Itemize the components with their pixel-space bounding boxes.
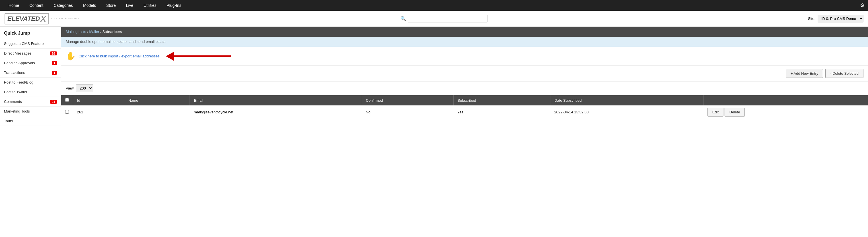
actions-bar: + Add New Entry - Delete Selected — [61, 66, 868, 81]
logo-x: X — [40, 14, 46, 23]
nav-content[interactable]: Content — [24, 0, 49, 10]
comments-badge: 21 — [50, 100, 57, 104]
transactions-badge: 1 — [52, 71, 57, 75]
sidebar-item-transactions[interactable]: Transactions 1 — [0, 68, 61, 77]
breadcrumb: Mailing Lists / Mailer / Subscribers — [61, 27, 868, 37]
main-layout: Quick Jump Suggest a CMS Feature Direct … — [0, 27, 868, 237]
sidebar-item-marketing-label: Marketing Tools — [4, 109, 30, 113]
table-header-name: Name — [124, 95, 190, 105]
data-table: Id Name Email Confirmed Subscribed Date … — [61, 95, 868, 119]
search-input[interactable] — [408, 15, 488, 23]
table-header-date: Date Subscribed — [550, 95, 703, 105]
search-icon[interactable]: 🔍 — [400, 16, 406, 21]
sidebar-item-tours[interactable]: Tours — [0, 116, 61, 126]
table-header-email: Email — [190, 95, 362, 105]
nav-links: Home Content Categories Models Store Liv… — [3, 0, 186, 10]
sidebar-item-suggest[interactable]: Suggest a CMS Feature — [0, 39, 61, 48]
table-header-id: Id — [73, 95, 124, 105]
table-header-actions — [704, 95, 868, 105]
delete-button[interactable]: Delete — [724, 108, 745, 116]
breadcrumb-mailing-lists[interactable]: Mailing Lists — [66, 30, 86, 34]
delete-selected-button[interactable]: - Delete Selected — [825, 69, 863, 78]
site-selector: Site: ID 0: Pro CMS Demo — [808, 15, 863, 23]
content-area: Mailing Lists / Mailer / Subscribers Man… — [61, 27, 868, 237]
sidebar-item-post-feed[interactable]: Post to Feed/Blog — [0, 77, 61, 87]
select-all-checkbox[interactable] — [65, 98, 69, 102]
row-id: 261 — [73, 105, 124, 119]
row-checkbox[interactable] — [65, 110, 69, 114]
logo: ELEVATED X SITE AUTOMATION — [5, 13, 80, 25]
sidebar-item-pending-approvals[interactable]: Pending Approvals 1 — [0, 58, 61, 68]
logo-site-automation: SITE AUTOMATION — [51, 17, 80, 20]
red-arrow — [166, 52, 231, 61]
sidebar-item-comments-label: Comments — [4, 99, 22, 104]
table-header-checkbox — [61, 95, 73, 105]
top-nav: Home Content Categories Models Store Liv… — [0, 0, 868, 11]
direct-messages-badge: 16 — [50, 52, 57, 56]
nav-models[interactable]: Models — [78, 0, 101, 10]
table-row: 261 mark@seventhcycle.net No Yes 2022-04… — [61, 105, 868, 119]
table-header-confirmed: Confirmed — [362, 95, 453, 105]
sidebar-title: Quick Jump — [0, 27, 61, 39]
breadcrumb-sep2: / — [100, 30, 102, 34]
sidebar-item-post-twitter[interactable]: Post to Twitter — [0, 87, 61, 97]
nav-store[interactable]: Store — [101, 0, 121, 10]
breadcrumb-current: Subscribers — [102, 30, 122, 34]
row-confirmed: No — [362, 105, 453, 119]
info-bar: Manage double opt-in email templates and… — [61, 37, 868, 47]
view-label: View — [66, 86, 74, 90]
row-subscribed: Yes — [453, 105, 550, 119]
info-text: Manage double opt-in email templates and… — [66, 39, 166, 44]
sidebar-item-post-twitter-label: Post to Twitter — [4, 90, 27, 94]
row-email: mark@seventhcycle.net — [190, 105, 362, 119]
nav-plugins[interactable]: Plug-Ins — [162, 0, 186, 10]
breadcrumb-mailer[interactable]: Mailer — [89, 30, 99, 34]
site-label: Site: — [808, 16, 815, 21]
site-select[interactable]: ID 0: Pro CMS Demo — [818, 15, 863, 23]
sidebar-item-suggest-label: Suggest a CMS Feature — [4, 41, 43, 46]
sidebar-item-transactions-label: Transactions — [4, 70, 25, 75]
table-header-subscribed: Subscribed — [453, 95, 550, 105]
view-select[interactable]: 200 — [76, 84, 93, 92]
sidebar-item-tours-label: Tours — [4, 119, 13, 123]
arrow-head — [166, 52, 174, 61]
row-name — [124, 105, 190, 119]
search-bar: 🔍 — [400, 15, 488, 23]
hand-icon: ✋ — [66, 52, 76, 61]
sidebar-item-marketing[interactable]: Marketing Tools — [0, 107, 61, 116]
nav-live[interactable]: Live — [121, 0, 138, 10]
nav-home[interactable]: Home — [3, 0, 24, 10]
logo-elevated: ELEVATED — [7, 15, 40, 23]
nav-categories[interactable]: Categories — [49, 0, 78, 10]
sidebar-item-direct-messages[interactable]: Direct Messages 16 — [0, 48, 61, 58]
sidebar-item-post-feed-label: Post to Feed/Blog — [4, 80, 33, 84]
sidebar-item-pending-approvals-label: Pending Approvals — [4, 61, 35, 65]
row-date: 2022-04-14 13:32:33 — [550, 105, 703, 119]
row-checkbox-cell — [61, 105, 73, 119]
sidebar-item-comments[interactable]: Comments 21 — [0, 97, 61, 107]
logo-bar: ELEVATED X SITE AUTOMATION 🔍 Site: ID 0:… — [0, 11, 868, 27]
nav-utilities[interactable]: Utilities — [138, 0, 161, 10]
arrow-line — [174, 56, 231, 57]
edit-button[interactable]: Edit — [708, 108, 723, 116]
table-header-row: Id Name Email Confirmed Subscribed Date … — [61, 95, 868, 105]
sidebar-item-direct-messages-label: Direct Messages — [4, 51, 32, 56]
add-new-entry-button[interactable]: + Add New Entry — [786, 69, 823, 78]
row-actions: Edit Delete — [704, 105, 868, 119]
pending-approvals-badge: 1 — [52, 61, 57, 65]
import-link[interactable]: Click here to bulk import / export email… — [79, 54, 160, 58]
sidebar: Quick Jump Suggest a CMS Feature Direct … — [0, 27, 61, 237]
import-section: ✋ Click here to bulk import / export ema… — [61, 47, 868, 66]
gear-icon[interactable]: ⚙ — [860, 2, 865, 8]
view-bar: View 200 — [61, 81, 868, 95]
